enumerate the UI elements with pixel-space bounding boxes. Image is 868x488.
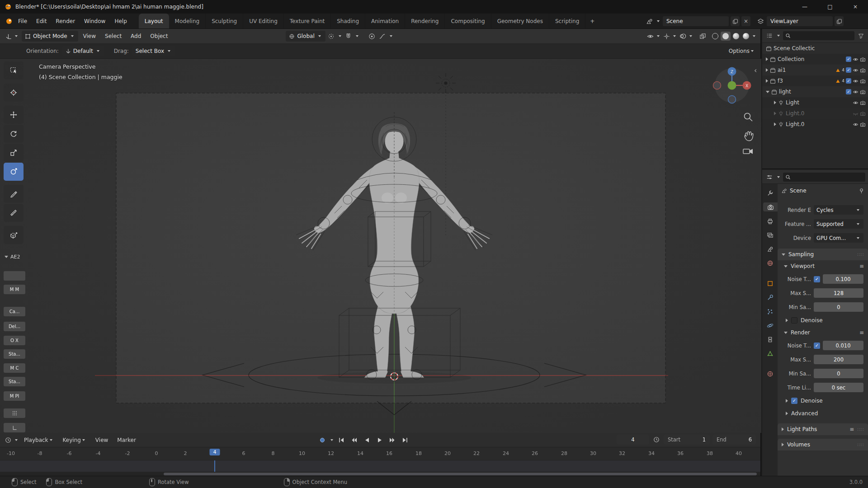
hide-eye-closed-icon[interactable] — [853, 111, 859, 117]
expand-icon[interactable] — [774, 112, 776, 115]
ae2-button-sta2[interactable]: Sta... — [4, 377, 25, 386]
falloff-dropdown-icon[interactable] — [390, 35, 392, 37]
workspace-tab-animation[interactable]: Animation — [365, 14, 405, 28]
sidebar-collapse-icon[interactable]: ‹ — [754, 66, 757, 75]
shading-rendered-icon[interactable] — [741, 32, 750, 41]
workspace-tab-rendering[interactable]: Rendering — [405, 14, 445, 28]
advanced-row[interactable]: Advanced — [778, 407, 868, 420]
gizmos-dropdown-icon[interactable] — [673, 35, 676, 37]
timeline-editor-dropdown-icon[interactable] — [15, 439, 18, 441]
xray-toggle-icon[interactable] — [698, 32, 707, 41]
render-camera-icon[interactable] — [860, 67, 866, 73]
expand-icon[interactable] — [774, 122, 776, 126]
outliner-editor-dropdown-icon[interactable] — [777, 35, 780, 37]
end-frame-field[interactable]: End6 — [712, 435, 756, 445]
outliner-row-f3[interactable]: f3 4 ✓ — [762, 75, 868, 86]
render-camera-icon[interactable] — [860, 122, 866, 127]
workspace-tab-modeling[interactable]: Modeling — [169, 14, 206, 28]
vp-denoise-row[interactable]: Denoise — [778, 314, 868, 327]
preset-icon[interactable]: ≡ — [849, 426, 854, 432]
outliner-row-light-collection[interactable]: light ✓ — [762, 86, 868, 97]
outliner-row-light2-hidden[interactable]: Light.0 — [762, 108, 868, 119]
menu-file[interactable]: File — [14, 18, 32, 24]
tool-select-box[interactable] — [4, 61, 24, 80]
render-camera-icon[interactable] — [860, 111, 866, 117]
outliner-editor-icon[interactable] — [765, 31, 774, 40]
playhead-line[interactable] — [214, 460, 215, 472]
new-scene-icon[interactable] — [731, 16, 740, 26]
editor-type-icon[interactable] — [4, 32, 13, 41]
drag-dropdown[interactable]: Select Box — [132, 46, 175, 56]
r-denoise-row[interactable]: ✓ Denoise — [778, 394, 868, 407]
render-subpanel-header[interactable]: Render ≡ — [778, 327, 868, 338]
preset-icon[interactable]: ≡ — [859, 263, 864, 269]
proportional-editing-icon[interactable] — [368, 32, 377, 41]
tool-add-cube[interactable] — [4, 226, 24, 244]
min-samples-field[interactable]: 0 — [814, 302, 863, 312]
snap-dropdown-icon[interactable] — [356, 35, 359, 37]
ae2-button-mpl[interactable]: M Pl — [4, 391, 25, 401]
properties-tab-tool[interactable] — [764, 188, 776, 197]
max-samples-field[interactable]: 200 — [814, 355, 863, 364]
gizmo-y-axis[interactable] — [728, 81, 736, 90]
noise-threshold-checkbox[interactable]: ✓ — [814, 276, 820, 282]
properties-tab-data[interactable] — [764, 349, 776, 358]
properties-tab-modifiers[interactable] — [764, 293, 776, 302]
timeline-track[interactable] — [0, 460, 760, 472]
device-select[interactable]: GPU Com... — [814, 233, 863, 243]
properties-tab-object[interactable] — [764, 279, 776, 288]
outliner-row-ai1[interactable]: ai1 4 ✓ — [762, 65, 868, 75]
workspace-tab-shading[interactable]: Shading — [331, 14, 365, 28]
collapse-icon[interactable] — [766, 91, 769, 93]
use-preview-range-icon[interactable] — [652, 435, 661, 444]
scrollbar-thumb[interactable] — [164, 473, 757, 475]
viewport-menu-select[interactable]: Select — [101, 33, 126, 39]
menu-window[interactable]: Window — [80, 18, 110, 24]
render-camera-icon[interactable] — [860, 89, 866, 95]
properties-search-input[interactable] — [783, 173, 865, 182]
current-frame-field[interactable]: 4 — [617, 435, 649, 445]
properties-tab-material[interactable] — [764, 369, 776, 378]
properties-tab-particles[interactable] — [764, 307, 776, 316]
editor-type-dropdown-icon[interactable] — [15, 35, 18, 37]
volumes-panel-header[interactable]: Volumes ∷∷ — [778, 439, 868, 450]
max-samples-field[interactable]: 128 — [814, 288, 863, 298]
ae2-button-mc[interactable]: M C — [4, 363, 25, 373]
properties-tab-constraints[interactable] — [764, 335, 776, 344]
expand-icon[interactable] — [766, 79, 768, 83]
drag-grip-icon[interactable]: ∷∷ — [857, 252, 864, 257]
new-viewlayer-icon[interactable] — [835, 16, 844, 26]
snap-magnet-icon[interactable] — [344, 32, 353, 41]
tool-rotate[interactable] — [4, 125, 24, 143]
workspace-tab-texture-paint[interactable]: Texture Paint — [284, 14, 331, 28]
ae2-grid-button[interactable] — [4, 408, 25, 418]
jump-to-end-button[interactable] — [399, 435, 410, 445]
viewport-menu-view[interactable]: View — [79, 33, 100, 39]
viewport-canvas[interactable]: Z X — [0, 59, 761, 433]
noise-threshold-field[interactable]: 0.010 — [823, 341, 863, 350]
sampling-panel-header[interactable]: Sampling ∷∷ — [778, 249, 868, 260]
noise-threshold-field[interactable]: 0.100 — [823, 274, 863, 284]
shading-solid-icon[interactable] — [721, 32, 731, 41]
orientation-dropdown[interactable]: Global — [286, 31, 325, 42]
viewlayer-name-field[interactable]: ViewLayer — [767, 16, 833, 26]
timeline-ruler[interactable]: -10 -8 -6 -4 -2 0 2 6 8 10 12 14 16 18 2… — [0, 447, 760, 460]
visibility-dropdown-icon[interactable] — [657, 35, 660, 37]
viewport-menu-object[interactable]: Object — [146, 33, 172, 39]
viewport-menu-add[interactable]: Add — [127, 33, 145, 39]
shading-material-icon[interactable] — [731, 32, 741, 41]
render-camera-icon[interactable] — [860, 56, 866, 62]
drag-grip-icon[interactable]: ∷∷ — [857, 442, 864, 447]
marker-menu[interactable]: Marker — [113, 437, 140, 443]
exclude-checkbox[interactable]: ✓ — [846, 67, 851, 73]
shading-wireframe-icon[interactable] — [711, 32, 720, 41]
playback-menu[interactable]: Playback — [20, 437, 58, 443]
feature-set-select[interactable]: Supported — [814, 219, 863, 229]
gizmo-z-neg-axis[interactable] — [728, 96, 736, 103]
ae2-button-ca[interactable]: Ca... — [4, 307, 25, 316]
play-reverse-button[interactable] — [361, 435, 373, 445]
workspace-tab-scripting[interactable]: Scripting — [549, 14, 585, 28]
outliner-row-light3[interactable]: Light.0 — [762, 119, 868, 130]
workspace-tab-layout[interactable]: Layout — [139, 14, 169, 28]
close-button[interactable]: × — [843, 0, 868, 14]
